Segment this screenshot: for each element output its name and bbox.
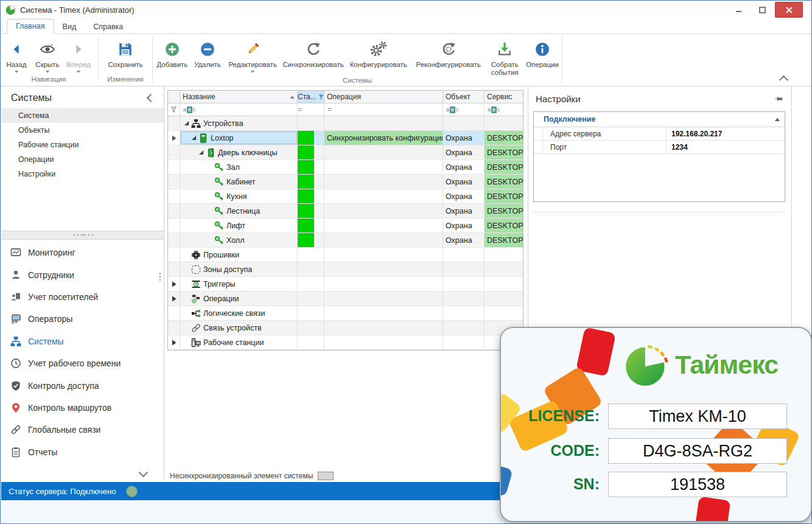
person-icon [10,270,22,281]
sync-gear-icon [440,39,457,60]
tab-home[interactable]: Главная [7,19,54,34]
pin-icon[interactable] [775,95,783,103]
table-row[interactable]: Прошивки [168,248,523,262]
timex-logo-icon [624,341,670,388]
maximize-button[interactable] [752,3,772,16]
module-reports[interactable]: Отчеты [1,441,164,463]
module-operators[interactable]: Операторы [1,308,164,330]
table-row[interactable]: Дверь ключницы Охрана DESKTOP-... [168,145,523,160]
module-employees[interactable]: Сотрудники [1,264,164,285]
legend-swatch [318,472,334,480]
table-row[interactable]: Лестница ОхранаDESKTOP-... [168,204,523,218]
filter-cell-operation[interactable]: = [324,103,443,116]
synchronize-button[interactable]: Синхронизировать [281,37,346,69]
filter-cell-status[interactable]: = [298,103,324,116]
expander-collapsed-icon[interactable] [168,277,180,291]
module-systems[interactable]: Системы [1,330,164,352]
sidebar-item-settings[interactable]: Настройки [1,167,164,181]
ribbon-separator [98,37,99,82]
table-row[interactable]: Связь устройств [168,321,523,335]
table-row[interactable]: Холл ОхранаDESKTOP-... [168,233,523,248]
gears-icon [369,39,388,60]
dropdown-caret-icon [251,71,254,73]
sidebar-splitter[interactable] [1,231,164,240]
sidebar-item-objects[interactable]: Объекты [1,123,164,138]
expander-expanded-icon[interactable] [183,121,191,126]
minimize-button[interactable] [729,3,749,16]
column-header-status[interactable]: Ста... [298,91,324,103]
code-label: CODE: [501,442,600,459]
column-header-name[interactable]: Название [180,91,298,103]
table-row[interactable]: Кухня ОхранаDESKTOP-... [168,189,523,204]
table-row[interactable]: Логические связи [168,306,523,321]
prop-value-server-address[interactable]: 192.168.20.217 [667,130,722,138]
configure-button[interactable]: Конфигурировать [346,37,411,69]
close-button[interactable] [775,2,803,18]
collapse-category-icon[interactable] [775,118,780,121]
ribbon-group-systems: Добавить Удалить Редактировать Синхрониз… [154,34,561,86]
module-route-control[interactable]: Контроль маршрутов [1,397,164,419]
table-row[interactable]: Рабочие станции [168,335,523,350]
controller-device-icon [198,133,209,143]
table-row[interactable]: Зоны доступа [168,262,523,277]
collect-events-button[interactable]: Собрать события [485,37,524,77]
filter-cell-service[interactable]: авс [485,103,523,116]
expander-expanded-icon[interactable] [190,135,198,141]
table-row[interactable]: Устройства [168,116,523,131]
table-row[interactable]: Триггеры [168,277,523,292]
sidebar-item-workstations[interactable]: Рабочие станции [1,138,164,152]
sidebar-overflow-chevron-icon[interactable] [139,468,149,478]
property-row[interactable]: Порт 1234 [534,141,785,154]
property-row[interactable]: Адрес сервера 192.168.20.217 [534,127,785,141]
delete-button[interactable]: Удалить [191,37,225,69]
code-row: CODE: D4G-8SA-RG2 [501,438,811,464]
filter-cell-object[interactable]: авс [443,103,485,116]
filter-funnel-icon [318,94,324,100]
module-global-links[interactable]: Глобальные связи [1,419,164,441]
edit-button[interactable]: Редактировать [225,37,281,73]
access-zone-icon [191,265,201,274]
status-green-indicator [298,175,314,189]
reconfigure-button[interactable]: Реконфигурировать [411,37,486,69]
tab-view[interactable]: Вид [54,20,85,34]
column-header-operation[interactable]: Операция [324,91,443,103]
sidebar-item-operations[interactable]: Операции [1,152,164,167]
column-header-object[interactable]: Объект [443,91,485,103]
clock-icon [10,358,22,369]
sidebar-item-system[interactable]: Система [1,108,164,123]
triggers-icon [191,279,201,289]
sidebar-header: Системы [1,86,164,108]
abc-filter-icon: авс [183,107,195,113]
abc-filter-icon: авс [488,107,500,113]
edit-filter-icon[interactable] [168,103,180,116]
monitoring-icon [10,247,22,258]
table-row-selected[interactable]: Loxtop Синхронизировать конфигурацию Охр… [168,131,523,145]
module-time-tracking[interactable]: Учет рабочего времени [1,352,164,374]
save-button[interactable]: Сохранить [101,37,150,69]
collapse-left-chevron-icon[interactable] [147,94,155,102]
table-row[interactable]: Лифт ОхранаDESKTOP-... [168,218,523,233]
table-row[interactable]: Кабинет ОхранаDESKTOP-... [168,175,523,189]
table-row[interactable]: Операции [168,292,523,306]
expander-expanded-icon[interactable] [197,150,205,155]
forward-button[interactable]: Вперед [63,37,94,73]
tab-help[interactable]: Справка [85,20,131,34]
operations-button[interactable]: Операции [524,37,561,69]
add-button[interactable]: Добавить [154,37,191,69]
status-green-indicator [298,145,314,159]
window-title: Система - Timex (Administrator) [20,5,135,15]
sidebar-title: Системы [11,93,52,103]
expander-collapsed-icon[interactable] [168,335,180,349]
prop-value-port[interactable]: 1234 [667,143,688,152]
expander-collapsed-icon[interactable] [168,292,180,306]
back-button[interactable]: Назад [1,37,32,73]
category-row-connection[interactable]: Подключение [534,112,785,127]
module-monitoring[interactable]: Мониторинг [1,242,164,264]
table-row[interactable]: Зал ОхранаDESKTOP-... [168,160,523,175]
splitter-drag-handle[interactable] [159,273,161,274]
hide-button[interactable]: Скрыть [32,37,63,73]
module-visitors[interactable]: Учет посетителей [1,286,164,308]
column-header-service[interactable]: Сервис [485,91,523,103]
module-access-control[interactable]: Контроль доступа [1,374,164,396]
filter-cell-name[interactable]: авс [180,103,298,116]
